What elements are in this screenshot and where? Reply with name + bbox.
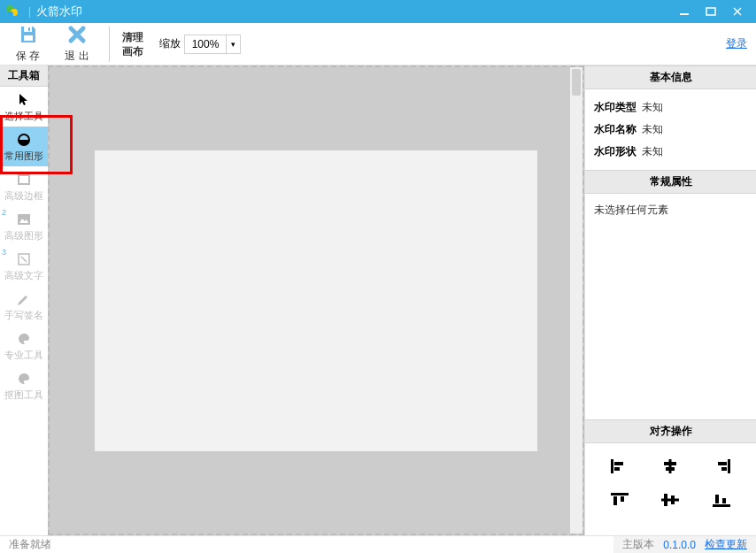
info-key: 水印名称 [594, 122, 636, 137]
svg-rect-4 [706, 8, 715, 15]
main-toolbar: 保 存 退 出 清理 画布 缩放 100% ▾ 登录 [0, 23, 756, 65]
exit-icon [67, 25, 87, 49]
chevron-down-icon: ▾ [226, 35, 240, 53]
window-title: 火箭水印 [36, 4, 82, 19]
close-button[interactable] [724, 0, 751, 23]
main-area: 工具箱 选择工具常用图形高级边框2高级图形3高级文字手写签名专业工具抠图工具 基… [0, 65, 756, 535]
tool-label: 高级图形 [4, 229, 43, 242]
version-value: 0.1.0.0 [663, 539, 696, 551]
tool-item-4[interactable]: 3高级文字 [0, 246, 48, 286]
tool-item-2[interactable]: 高级边框 [0, 166, 48, 206]
svg-rect-14 [18, 214, 30, 225]
info-value: 未知 [642, 100, 663, 115]
svg-rect-24 [728, 459, 730, 473]
svg-rect-35 [722, 498, 726, 503]
exit-label: 退 出 [65, 49, 89, 64]
svg-rect-31 [664, 494, 667, 506]
tool-label: 抠图工具 [4, 388, 43, 402]
tool-item-6[interactable]: 专业工具 [0, 326, 48, 365]
image-icon [16, 211, 32, 227]
titlebar-separator: | [28, 5, 31, 18]
basic-info-header: 基本信息 [585, 65, 756, 89]
basic-info-section: 水印类型未知水印名称未知水印形状未知 [585, 89, 756, 170]
canvas[interactable] [95, 150, 537, 451]
clear-canvas-button[interactable]: 清理 画布 [122, 30, 143, 58]
svg-rect-8 [28, 27, 30, 31]
align-center-v-button[interactable] [661, 493, 679, 511]
palette-icon [16, 371, 32, 387]
toolbar-separator [109, 27, 110, 62]
palette-icon [16, 331, 32, 347]
svg-rect-7 [24, 27, 32, 32]
svg-rect-28 [613, 496, 617, 505]
info-row: 水印名称未知 [594, 119, 747, 141]
app-icon [5, 4, 19, 19]
info-value: 未知 [642, 122, 663, 137]
general-props-header: 常规属性 [585, 170, 756, 194]
svg-rect-25 [718, 462, 727, 465]
toolbox-sidebar: 工具箱 选择工具常用图形高级边框2高级图形3高级文字手写签名专业工具抠图工具 [0, 65, 48, 535]
titlebar: | 火箭水印 [0, 0, 756, 23]
svg-rect-20 [614, 467, 620, 471]
tool-badge: 3 [2, 248, 6, 257]
align-center-h-button[interactable] [661, 459, 679, 477]
text-icon [16, 251, 32, 267]
minimize-button[interactable] [671, 0, 698, 23]
align-top-button[interactable] [611, 493, 629, 511]
align-right-button[interactable] [713, 459, 730, 477]
svg-rect-18 [611, 459, 613, 473]
maximize-button[interactable] [698, 0, 724, 23]
tool-label: 常用图形 [4, 150, 43, 163]
align-bottom-button[interactable] [713, 493, 730, 511]
align-ops-section [585, 443, 756, 535]
zoom-label: 缩放 [159, 36, 181, 51]
info-key: 水印类型 [594, 100, 636, 115]
svg-rect-33 [713, 504, 730, 507]
scrollbar-thumb[interactable] [572, 69, 581, 96]
tool-label: 选择工具 [4, 110, 43, 123]
toolbox-header: 工具箱 [0, 65, 48, 87]
check-update-link[interactable]: 检查更新 [705, 537, 747, 552]
svg-rect-27 [611, 493, 629, 495]
align-ops-header: 对齐操作 [585, 419, 756, 443]
zoom-value: 100% [185, 38, 227, 50]
info-key: 水印形状 [594, 144, 636, 159]
svg-rect-34 [715, 495, 719, 503]
status-bar: 准备就绪 主版本 0.1.0.0 检查更新 [0, 535, 756, 553]
zoom-select[interactable]: 100% ▾ [184, 35, 242, 54]
tool-item-0[interactable]: 选择工具 [0, 87, 48, 127]
svg-rect-32 [671, 495, 675, 504]
status-text: 准备就绪 [9, 537, 51, 552]
tool-item-1[interactable]: 常用图形 [0, 127, 48, 166]
tool-item-5[interactable]: 手写签名 [0, 286, 48, 326]
cursor-icon [16, 92, 32, 108]
tool-label: 高级边框 [4, 189, 43, 203]
version-label: 主版本 [622, 537, 654, 552]
svg-rect-3 [680, 13, 689, 15]
align-left-button[interactable] [611, 459, 629, 477]
rect-icon [16, 172, 32, 188]
save-label: 保 存 [16, 49, 40, 64]
right-panel: 基本信息 水印类型未知水印名称未知水印形状未知 常规属性 未选择任何元素 对齐操… [584, 65, 756, 535]
vertical-scrollbar[interactable] [570, 67, 582, 534]
tool-item-7[interactable]: 抠图工具 [0, 365, 48, 405]
svg-line-17 [21, 257, 27, 262]
tool-item-3[interactable]: 2高级图形 [0, 206, 48, 246]
svg-point-2 [8, 12, 13, 17]
zoom-control: 缩放 100% ▾ [159, 35, 242, 54]
info-row: 水印类型未知 [594, 96, 747, 119]
save-button[interactable]: 保 存 [9, 21, 47, 67]
circle-icon [16, 132, 32, 148]
tool-label: 高级文字 [4, 269, 43, 282]
canvas-area [48, 65, 584, 535]
exit-button[interactable]: 退 出 [58, 21, 96, 67]
svg-rect-23 [666, 467, 675, 471]
tool-label: 手写签名 [4, 309, 43, 322]
svg-rect-29 [621, 496, 624, 502]
save-icon [19, 25, 38, 49]
login-link[interactable]: 登录 [726, 36, 747, 51]
tool-label: 专业工具 [4, 349, 43, 362]
pen-icon [16, 291, 32, 307]
svg-rect-9 [24, 35, 33, 41]
tool-badge: 2 [2, 208, 6, 217]
